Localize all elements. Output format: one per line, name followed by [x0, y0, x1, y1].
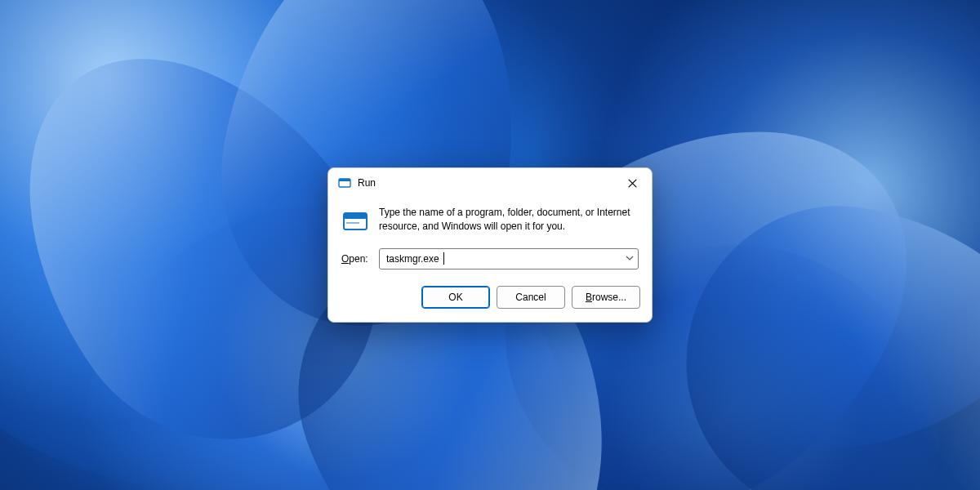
dialog-buttons: OK Cancel Browse... — [328, 276, 652, 322]
browse-button[interactable]: Browse... — [572, 286, 640, 309]
dialog-title: Run — [358, 177, 614, 189]
svg-rect-4 — [346, 222, 359, 224]
open-label: Open: — [341, 253, 371, 265]
ok-button[interactable]: OK — [421, 286, 490, 309]
svg-rect-1 — [339, 179, 350, 181]
close-icon — [628, 179, 637, 188]
close-button[interactable] — [621, 175, 644, 191]
text-caret — [443, 252, 444, 265]
run-body-icon — [341, 207, 369, 235]
titlebar[interactable]: Run — [328, 168, 652, 196]
open-input[interactable] — [379, 248, 639, 270]
svg-rect-3 — [344, 213, 367, 219]
cancel-button[interactable]: Cancel — [497, 286, 565, 309]
open-combobox[interactable] — [379, 248, 639, 270]
run-dialog: Run Type the name of a program, folder, … — [327, 167, 653, 323]
run-title-icon — [338, 176, 351, 189]
dialog-description: Type the name of a program, folder, docu… — [379, 206, 639, 234]
